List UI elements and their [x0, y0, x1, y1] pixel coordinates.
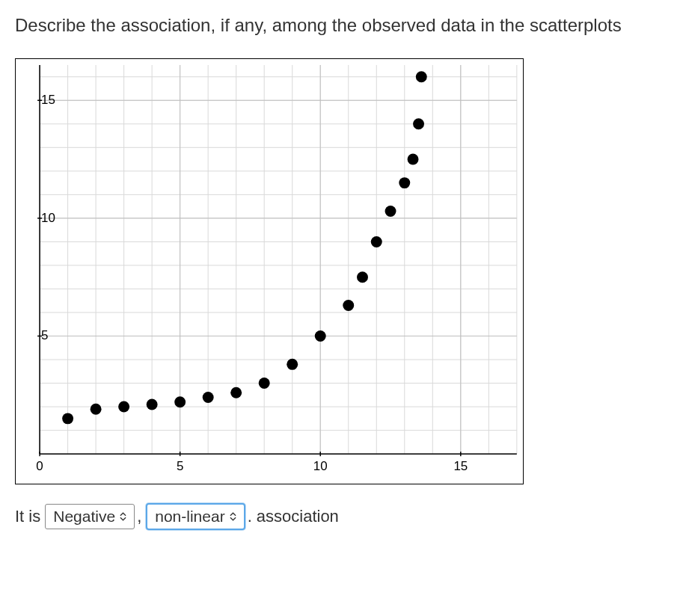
svg-point-73 [408, 154, 419, 165]
direction-select-value: Negative [53, 508, 115, 526]
svg-point-64 [230, 387, 242, 398]
svg-point-58 [62, 413, 73, 424]
svg-point-61 [147, 398, 158, 410]
svg-point-70 [371, 236, 382, 247]
svg-point-60 [118, 401, 129, 413]
svg-point-65 [259, 378, 270, 389]
answer-row: It is Negative , non-linear . associatio… [15, 503, 668, 530]
answer-suffix: association [257, 507, 339, 526]
svg-text:15: 15 [41, 93, 55, 107]
svg-point-59 [91, 404, 102, 415]
svg-point-67 [315, 330, 326, 342]
scatterplot-svg: 51015051015 [16, 59, 523, 484]
scatterplot-chart: 51015051015 [15, 58, 524, 484]
svg-text:5: 5 [41, 328, 48, 342]
svg-point-72 [399, 177, 410, 188]
linearity-select[interactable]: non-linear [146, 503, 245, 530]
chevron-updown-icon [120, 512, 126, 521]
svg-text:0: 0 [36, 459, 43, 473]
svg-point-68 [343, 300, 354, 311]
chevron-updown-icon [230, 512, 236, 521]
svg-text:5: 5 [177, 459, 183, 473]
svg-point-74 [413, 118, 424, 129]
answer-comma: , [137, 507, 141, 526]
answer-prefix: It is [15, 507, 40, 526]
answer-period: . [248, 507, 252, 526]
svg-point-71 [385, 206, 396, 217]
direction-select[interactable]: Negative [45, 504, 135, 529]
svg-point-69 [357, 271, 368, 283]
svg-point-66 [287, 359, 298, 370]
svg-text:10: 10 [313, 459, 328, 473]
linearity-select-value: non-linear [155, 508, 224, 526]
svg-text:15: 15 [453, 459, 468, 473]
question-text: Describe the association, if any, among … [15, 15, 668, 36]
svg-point-63 [203, 392, 214, 403]
svg-point-75 [416, 71, 427, 82]
svg-point-62 [174, 396, 186, 407]
svg-text:10: 10 [41, 211, 55, 225]
